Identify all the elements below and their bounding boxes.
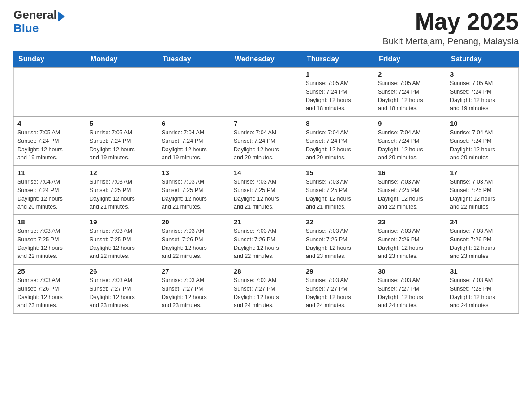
table-row: 10Sunrise: 7:04 AMSunset: 7:24 PMDayligh… [446,116,519,166]
day-number: 4 [17,120,82,127]
day-number: 1 [306,70,370,78]
calendar-week-row: 4Sunrise: 7:05 AMSunset: 7:24 PMDaylight… [14,116,519,166]
table-row: 24Sunrise: 7:03 AMSunset: 7:26 PMDayligh… [446,215,519,264]
table-row: 1Sunrise: 7:05 AMSunset: 7:24 PMDaylight… [302,67,374,116]
table-row: 14Sunrise: 7:03 AMSunset: 7:25 PMDayligh… [230,166,302,215]
day-number: 6 [162,120,226,127]
day-number: 31 [450,267,515,275]
day-number: 28 [234,267,298,275]
table-row: 19Sunrise: 7:03 AMSunset: 7:25 PMDayligh… [86,215,158,264]
day-number: 18 [17,218,82,226]
day-info: Sunrise: 7:03 AMSunset: 7:28 PMDaylight:… [450,276,515,310]
day-info: Sunrise: 7:05 AMSunset: 7:24 PMDaylight:… [17,128,82,162]
logo: General Blue [13,9,66,34]
day-info: Sunrise: 7:03 AMSunset: 7:25 PMDaylight:… [17,227,82,261]
day-number: 17 [450,169,515,176]
day-number: 10 [450,120,515,127]
table-row [230,67,302,116]
day-number: 24 [450,218,515,226]
day-number: 11 [17,169,82,176]
col-sunday: Sunday [14,51,86,68]
day-number: 27 [162,267,226,275]
col-tuesday: Tuesday [158,51,230,68]
calendar-table: Sunday Monday Tuesday Wednesday Thursday… [13,51,519,314]
day-info: Sunrise: 7:03 AMSunset: 7:26 PMDaylight:… [378,227,442,261]
table-row: 11Sunrise: 7:04 AMSunset: 7:24 PMDayligh… [14,166,86,215]
day-info: Sunrise: 7:03 AMSunset: 7:27 PMDaylight:… [90,276,154,310]
day-info: Sunrise: 7:03 AMSunset: 7:25 PMDaylight:… [90,227,154,261]
logo-blue: Blue [13,21,39,35]
day-info: Sunrise: 7:03 AMSunset: 7:27 PMDaylight:… [306,276,370,310]
day-info: Sunrise: 7:03 AMSunset: 7:25 PMDaylight:… [450,178,515,211]
table-row: 3Sunrise: 7:05 AMSunset: 7:24 PMDaylight… [446,67,519,116]
day-info: Sunrise: 7:05 AMSunset: 7:24 PMDaylight:… [378,79,442,113]
day-number: 14 [234,169,298,176]
day-number: 8 [306,120,370,127]
table-row: 20Sunrise: 7:03 AMSunset: 7:26 PMDayligh… [158,215,230,264]
day-number: 25 [17,267,82,275]
col-wednesday: Wednesday [230,51,302,68]
day-info: Sunrise: 7:03 AMSunset: 7:26 PMDaylight:… [162,227,226,261]
table-row: 4Sunrise: 7:05 AMSunset: 7:24 PMDaylight… [14,116,86,166]
day-info: Sunrise: 7:04 AMSunset: 7:24 PMDaylight:… [17,178,82,211]
day-number: 15 [306,169,370,176]
table-row: 5Sunrise: 7:05 AMSunset: 7:24 PMDaylight… [86,116,158,166]
table-row: 18Sunrise: 7:03 AMSunset: 7:25 PMDayligh… [14,215,86,264]
day-info: Sunrise: 7:04 AMSunset: 7:24 PMDaylight:… [378,128,442,162]
day-info: Sunrise: 7:03 AMSunset: 7:27 PMDaylight:… [162,276,226,310]
table-row: 27Sunrise: 7:03 AMSunset: 7:27 PMDayligh… [158,264,230,313]
table-row: 8Sunrise: 7:04 AMSunset: 7:24 PMDaylight… [302,116,374,166]
day-number: 30 [378,267,442,275]
day-info: Sunrise: 7:05 AMSunset: 7:24 PMDaylight:… [306,79,370,113]
day-info: Sunrise: 7:03 AMSunset: 7:27 PMDaylight:… [234,276,298,310]
table-row: 30Sunrise: 7:03 AMSunset: 7:27 PMDayligh… [374,264,446,313]
logo-triangle-icon [58,11,65,22]
calendar-week-row: 18Sunrise: 7:03 AMSunset: 7:25 PMDayligh… [14,215,519,264]
day-info: Sunrise: 7:03 AMSunset: 7:25 PMDaylight:… [306,178,370,211]
month-title: May 2025 [383,9,519,34]
day-number: 26 [90,267,154,275]
day-number: 13 [162,169,226,176]
table-row: 25Sunrise: 7:03 AMSunset: 7:26 PMDayligh… [14,264,86,313]
table-row: 17Sunrise: 7:03 AMSunset: 7:25 PMDayligh… [446,166,519,215]
day-info: Sunrise: 7:03 AMSunset: 7:26 PMDaylight:… [234,227,298,261]
day-number: 16 [378,169,442,176]
day-info: Sunrise: 7:03 AMSunset: 7:27 PMDaylight:… [378,276,442,310]
table-row: 16Sunrise: 7:03 AMSunset: 7:25 PMDayligh… [374,166,446,215]
title-area: May 2025 Bukit Mertajam, Penang, Malaysi… [383,9,519,47]
day-info: Sunrise: 7:04 AMSunset: 7:24 PMDaylight:… [162,128,226,162]
day-info: Sunrise: 7:03 AMSunset: 7:25 PMDaylight:… [378,178,442,211]
day-info: Sunrise: 7:03 AMSunset: 7:25 PMDaylight:… [90,178,154,211]
day-number: 7 [234,120,298,127]
day-number: 5 [90,120,154,127]
day-number: 29 [306,267,370,275]
table-row: 21Sunrise: 7:03 AMSunset: 7:26 PMDayligh… [230,215,302,264]
table-row: 26Sunrise: 7:03 AMSunset: 7:27 PMDayligh… [86,264,158,313]
day-info: Sunrise: 7:03 AMSunset: 7:26 PMDaylight:… [17,276,82,310]
day-info: Sunrise: 7:03 AMSunset: 7:26 PMDaylight:… [450,227,515,261]
table-row: 7Sunrise: 7:04 AMSunset: 7:24 PMDaylight… [230,116,302,166]
day-number: 9 [378,120,442,127]
day-info: Sunrise: 7:04 AMSunset: 7:24 PMDaylight:… [450,128,515,162]
col-monday: Monday [86,51,158,68]
table-row: 29Sunrise: 7:03 AMSunset: 7:27 PMDayligh… [302,264,374,313]
day-number: 19 [90,218,154,226]
calendar-week-row: 25Sunrise: 7:03 AMSunset: 7:26 PMDayligh… [14,264,519,313]
day-info: Sunrise: 7:04 AMSunset: 7:24 PMDaylight:… [306,128,370,162]
table-row: 13Sunrise: 7:03 AMSunset: 7:25 PMDayligh… [158,166,230,215]
table-row: 2Sunrise: 7:05 AMSunset: 7:24 PMDaylight… [374,67,446,116]
table-row: 12Sunrise: 7:03 AMSunset: 7:25 PMDayligh… [86,166,158,215]
calendar-header-row: Sunday Monday Tuesday Wednesday Thursday… [14,51,519,68]
calendar-week-row: 11Sunrise: 7:04 AMSunset: 7:24 PMDayligh… [14,166,519,215]
day-info: Sunrise: 7:03 AMSunset: 7:26 PMDaylight:… [306,227,370,261]
table-row: 9Sunrise: 7:04 AMSunset: 7:24 PMDaylight… [374,116,446,166]
day-info: Sunrise: 7:05 AMSunset: 7:24 PMDaylight:… [90,128,154,162]
col-friday: Friday [374,51,446,68]
table-row: 23Sunrise: 7:03 AMSunset: 7:26 PMDayligh… [374,215,446,264]
table-row [14,67,86,116]
day-number: 21 [234,218,298,226]
day-number: 2 [378,70,442,78]
col-thursday: Thursday [302,51,374,68]
col-saturday: Saturday [446,51,519,68]
day-info: Sunrise: 7:03 AMSunset: 7:25 PMDaylight:… [162,178,226,211]
